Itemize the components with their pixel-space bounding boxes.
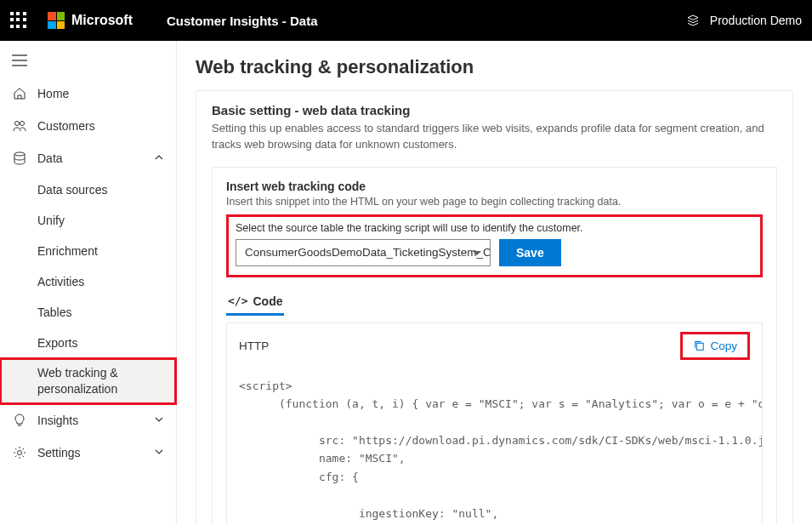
card-description: Setting this up enables access to standa… [212,121,777,153]
basic-setting-card: Basic setting - web data tracking Settin… [196,90,793,525]
sidebar-item-customers[interactable]: Customers [0,110,176,142]
sidebar-item-label: Enrichment [37,244,98,258]
tab-code[interactable]: </> Code [226,289,284,316]
sidebar-item-data[interactable]: Data [0,142,176,174]
chevron-up-icon [154,151,164,165]
select-value: ConsumerGoodsDemoData_TicketingSystem_Co… [245,246,491,259]
tab-label: Code [253,294,282,308]
source-table-label: Select the source table the tracking scr… [236,222,753,234]
gear-icon [12,445,27,460]
save-button[interactable]: Save [499,239,561,266]
code-header: HTTP Copy [227,323,762,368]
home-icon [12,86,27,101]
code-tabs: </> Code [226,289,763,316]
code-language: HTTP [239,340,269,352]
sidebar-item-home[interactable]: Home [0,77,176,110]
svg-rect-7 [697,344,704,351]
svg-point-5 [14,152,25,156]
sidebar: Home Customers Data Data sources Unify E… [0,41,177,525]
sidebar-item-label: Home [37,87,69,100]
source-table-highlight: Select the source table the tracking scr… [226,214,763,277]
brand-text: Microsoft [71,13,133,28]
environment-icon [686,14,700,27]
sidebar-item-label: Activities [37,275,84,288]
svg-point-4 [20,122,25,126]
customers-icon [12,118,27,134]
code-panel: HTTP Copy <script> (function (a, t, i) {… [226,322,763,525]
sidebar-item-insights[interactable]: Insights [0,404,176,437]
sidebar-item-label: Data [37,151,63,165]
page-title: Web tracking & personalization [196,56,793,78]
insights-icon [12,413,27,428]
sidebar-item-label: Exports [37,336,77,350]
code-snippet[interactable]: <script> (function (a, t, i) { var e = "… [227,368,762,525]
data-icon [12,151,27,166]
top-bar: Microsoft Customer Insights - Data Produ… [0,0,812,41]
svg-point-6 [18,450,22,454]
svg-point-3 [15,122,20,126]
sidebar-item-label: Data sources [37,183,107,197]
environment-name[interactable]: Production Demo [710,14,802,27]
sidebar-item-exports[interactable]: Exports [0,328,176,358]
sidebar-item-label: Insights [37,414,78,427]
copy-label: Copy [710,340,737,352]
source-table-select[interactable]: ConsumerGoodsDemoData_TicketingSystem_Co… [236,239,491,266]
insert-description: Insert this snippet into the HTML on you… [226,196,763,208]
sidebar-item-label: Unify [37,214,65,227]
sidebar-item-label: Web tracking & personalization [37,365,164,397]
chevron-down-icon [154,414,164,427]
sidebar-item-enrichment[interactable]: Enrichment [0,236,176,266]
microsoft-logo-icon [48,12,65,29]
waffle-icon[interactable] [10,12,27,29]
microsoft-logo: Microsoft [48,12,133,29]
sidebar-item-unify[interactable]: Unify [0,205,176,236]
card-title: Basic setting - web data tracking [212,103,777,117]
insert-title: Insert web tracking code [226,180,763,193]
sidebar-item-label: Settings [37,446,81,459]
sidebar-item-settings[interactable]: Settings [0,437,176,469]
sidebar-item-label: Tables [37,305,71,319]
sidebar-item-label: Customers [37,119,95,133]
product-name: Customer Insights - Data [167,14,318,28]
sidebar-item-tables[interactable]: Tables [0,297,176,328]
main-content: Web tracking & personalization Basic set… [177,41,812,525]
sidebar-item-web-tracking[interactable]: Web tracking & personalization [0,358,176,404]
sidebar-item-activities[interactable]: Activities [0,266,176,297]
code-icon: </> [228,294,247,307]
sidebar-item-data-sources[interactable]: Data sources [0,174,176,205]
insert-code-section: Insert web tracking code Insert this sni… [212,167,777,525]
chevron-down-icon [154,446,164,459]
copy-icon [693,340,705,351]
hamburger-button[interactable] [0,46,176,77]
copy-button[interactable]: Copy [686,336,744,356]
